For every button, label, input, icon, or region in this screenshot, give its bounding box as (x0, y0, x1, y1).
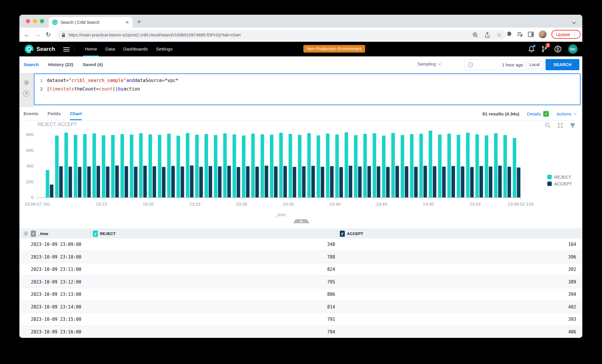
minimize-window-button[interactable] (33, 19, 37, 23)
bar-reject[interactable] (289, 134, 292, 197)
bar-accept[interactable] (302, 166, 306, 197)
bar-accept[interactable] (349, 166, 352, 197)
bar-accept[interactable] (414, 167, 418, 197)
bar-reject[interactable] (401, 135, 404, 197)
globe-icon[interactable] (554, 45, 562, 53)
time-range-picker[interactable]: 1 hour ago Local (464, 59, 545, 70)
bar-reject[interactable] (223, 133, 227, 197)
tab-close-icon[interactable]: ✕ (125, 20, 129, 25)
bar-reject[interactable] (354, 135, 357, 197)
bar-accept[interactable] (97, 166, 100, 197)
browser-menu-icon[interactable]: ⋮ (573, 32, 577, 37)
bar-accept[interactable] (293, 167, 296, 197)
query-editor[interactable]: 1dataset="cribl_search_sample" and dataS… (34, 73, 581, 105)
bar-reject[interactable] (270, 135, 273, 197)
bar-reject[interactable] (167, 134, 171, 197)
bar-reject[interactable] (382, 135, 386, 197)
actions-dropdown[interactable]: Actions (556, 111, 576, 117)
zoom-icon[interactable] (472, 32, 478, 38)
menu-icon[interactable] (63, 46, 70, 53)
close-window-button[interactable] (26, 19, 30, 23)
address-bar[interactable]: https://main-practical-bieron-o2qmot2.cr… (57, 30, 506, 40)
bar-accept[interactable] (340, 167, 343, 197)
column-header-accept[interactable]: y ACCEPT (340, 229, 363, 238)
bar-reject[interactable] (429, 131, 432, 197)
bar-reject[interactable] (326, 134, 330, 197)
extensions-puzzle-icon[interactable] (506, 31, 512, 37)
sampling-dropdown[interactable]: Sampling (417, 61, 440, 66)
table-row[interactable]: 2023-10-09 23:13:00806394 (19, 288, 582, 301)
legend-item-accept[interactable]: ACCEPT (547, 181, 572, 186)
bar-reject[interactable] (373, 133, 376, 197)
bar-reject[interactable] (466, 133, 469, 197)
nav-data[interactable]: Data (105, 42, 115, 56)
bar-reject[interactable] (419, 134, 423, 197)
bar-reject[interactable] (363, 134, 367, 197)
bar-accept[interactable] (424, 166, 427, 197)
bar-reject[interactable] (186, 133, 189, 197)
bar-reject[interactable] (513, 138, 516, 197)
bar-reject[interactable] (158, 135, 161, 197)
tab-chart[interactable]: Chart (70, 107, 82, 120)
table-row[interactable]: 2023-10-09 23:16:00794406 (19, 326, 582, 338)
tab-events[interactable]: Events (24, 107, 39, 120)
bar-reject[interactable] (46, 170, 49, 197)
bar-accept[interactable] (498, 166, 502, 197)
bar-reject[interactable] (121, 134, 124, 197)
bar-reject[interactable] (55, 135, 58, 197)
bar-reject[interactable] (93, 133, 96, 197)
table-row[interactable]: 2023-10-09 23:15:00791393 (19, 313, 582, 326)
bar-accept[interactable] (227, 166, 231, 197)
bar-reject[interactable] (102, 135, 105, 197)
bar-accept[interactable] (470, 167, 474, 197)
bar-accept[interactable] (237, 167, 240, 197)
user-avatar[interactable]: DC (568, 44, 578, 54)
table-row[interactable]: 2023-10-09 23:12:00795389 (19, 276, 582, 288)
bar-accept[interactable] (59, 166, 63, 197)
bar-accept[interactable] (143, 166, 147, 197)
bar-accept[interactable] (190, 165, 193, 197)
legend-item-reject[interactable]: REJECT (547, 175, 572, 180)
table-row[interactable]: 2023-10-09 23:14:00814402 (19, 301, 582, 313)
zoom-window-button[interactable] (40, 19, 44, 23)
nav-dashboards[interactable]: Dashboards (123, 42, 148, 56)
forward-button[interactable]: → (32, 31, 43, 38)
bar-accept[interactable] (78, 167, 81, 197)
bar-accept[interactable] (489, 167, 492, 197)
bar-accept[interactable] (255, 167, 259, 197)
bar-reject[interactable] (298, 135, 302, 197)
bar-accept[interactable] (68, 167, 72, 197)
bar-accept[interactable] (517, 167, 520, 197)
bar-chart-canvas[interactable]: 020040060080023:08:07 78123:1523:2023:25… (19, 120, 582, 229)
editor-help-icon[interactable]: ? (23, 90, 29, 97)
reload-button[interactable]: ↻ (43, 31, 53, 38)
browser-tab[interactable]: Search | Cribl Search ✕ (49, 17, 133, 28)
notifications-button[interactable] (528, 46, 535, 53)
bar-reject[interactable] (64, 133, 68, 197)
tab-search-chevron-icon[interactable] (573, 19, 576, 23)
bar-reject[interactable] (494, 133, 498, 197)
nav-settings[interactable]: Settings (156, 42, 173, 56)
bar-reject[interactable] (74, 135, 77, 197)
bar-accept[interactable] (508, 167, 511, 197)
bar-accept[interactable] (330, 166, 334, 197)
bar-reject[interactable] (233, 135, 236, 197)
bar-reject[interactable] (345, 132, 348, 197)
bar-accept[interactable] (386, 167, 390, 197)
bar-reject[interactable] (447, 134, 451, 197)
bar-accept[interactable] (479, 166, 483, 197)
share-icon[interactable] (485, 32, 490, 38)
tab-fields[interactable]: Fields (48, 107, 61, 120)
search-button[interactable]: SEARCH (546, 59, 579, 70)
bar-reject[interactable] (485, 135, 488, 197)
bar-accept[interactable] (115, 165, 119, 197)
bar-reject[interactable] (317, 135, 320, 197)
bar-accept[interactable] (442, 167, 446, 197)
tab-search[interactable]: Search (24, 62, 39, 67)
bar-accept[interactable] (405, 166, 408, 197)
update-button[interactable]: Update ⋮ (551, 30, 581, 39)
column-header-time[interactable]: x _time (31, 229, 48, 238)
bar-accept[interactable] (106, 167, 109, 197)
bar-accept[interactable] (311, 166, 315, 197)
code-line[interactable]: 2| timestats theCount=count() by action (34, 85, 580, 93)
